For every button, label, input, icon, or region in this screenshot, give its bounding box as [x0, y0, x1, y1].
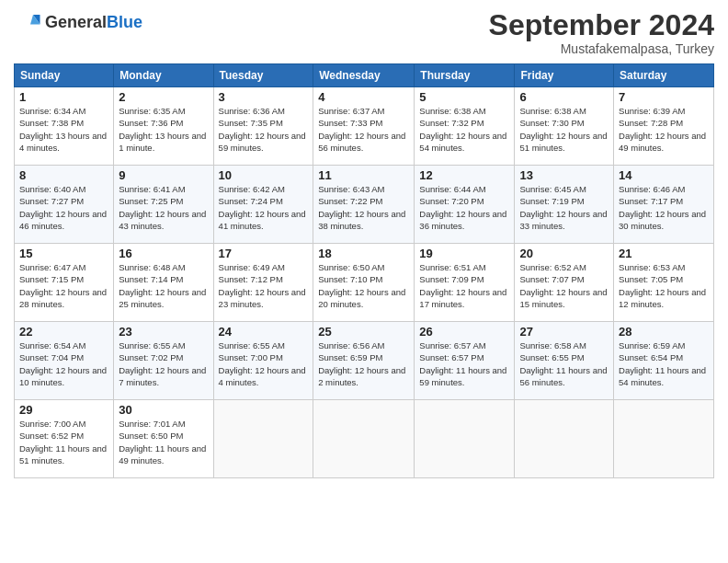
calendar-day: 5 Sunrise: 6:38 AMSunset: 7:32 PMDayligh…: [415, 87, 515, 166]
logo-general: General: [45, 13, 107, 31]
calendar-day: 2 Sunrise: 6:35 AMSunset: 7:36 PMDayligh…: [114, 87, 213, 166]
day-number: 24: [219, 325, 309, 339]
day-info: Sunrise: 6:55 AMSunset: 7:02 PMDaylight:…: [119, 339, 208, 388]
day-info: Sunrise: 6:37 AMSunset: 7:33 PMDaylight:…: [318, 105, 409, 154]
calendar-row: 1 Sunrise: 6:34 AMSunset: 7:38 PMDayligh…: [15, 87, 714, 166]
calendar-day: 21 Sunrise: 6:53 AMSunset: 7:05 PMDaylig…: [614, 244, 714, 322]
calendar-day: 7 Sunrise: 6:39 AMSunset: 7:28 PMDayligh…: [614, 87, 714, 166]
day-info: Sunrise: 6:59 AMSunset: 6:54 PMDaylight:…: [619, 339, 709, 388]
day-number: 26: [419, 325, 509, 339]
calendar-row: 29 Sunrise: 7:00 AMSunset: 6:52 PMDaylig…: [15, 400, 714, 478]
header-friday: Friday: [515, 64, 614, 87]
day-number: 4: [318, 90, 409, 104]
day-info: Sunrise: 6:34 AMSunset: 7:38 PMDaylight:…: [19, 105, 108, 154]
day-info: Sunrise: 6:50 AMSunset: 7:10 PMDaylight:…: [318, 261, 409, 310]
day-info: Sunrise: 6:40 AMSunset: 7:27 PMDaylight:…: [19, 183, 108, 232]
calendar-day: 1 Sunrise: 6:34 AMSunset: 7:38 PMDayligh…: [15, 87, 114, 166]
day-info: Sunrise: 6:38 AMSunset: 7:32 PMDaylight:…: [419, 105, 509, 154]
empty-cell: [614, 400, 714, 478]
day-info: Sunrise: 6:46 AMSunset: 7:17 PMDaylight:…: [619, 183, 709, 232]
day-info: Sunrise: 6:54 AMSunset: 7:04 PMDaylight:…: [19, 339, 108, 388]
calendar-day: 17 Sunrise: 6:49 AMSunset: 7:12 PMDaylig…: [213, 244, 313, 322]
calendar-day: 28 Sunrise: 6:59 AMSunset: 6:54 PMDaylig…: [614, 322, 714, 400]
calendar-day: 23 Sunrise: 6:55 AMSunset: 7:02 PMDaylig…: [114, 322, 213, 400]
day-info: Sunrise: 6:56 AMSunset: 6:59 PMDaylight:…: [318, 339, 409, 388]
day-info: Sunrise: 6:58 AMSunset: 6:55 PMDaylight:…: [519, 339, 609, 388]
header-monday: Monday: [114, 64, 213, 87]
calendar-day: 4 Sunrise: 6:37 AMSunset: 7:33 PMDayligh…: [313, 87, 415, 166]
calendar-day: 3 Sunrise: 6:36 AMSunset: 7:35 PMDayligh…: [213, 87, 313, 166]
day-number: 30: [119, 403, 208, 417]
day-info: Sunrise: 6:53 AMSunset: 7:05 PMDaylight:…: [619, 261, 709, 310]
calendar-day: 19 Sunrise: 6:51 AMSunset: 7:09 PMDaylig…: [415, 244, 515, 322]
calendar-row: 22 Sunrise: 6:54 AMSunset: 7:04 PMDaylig…: [15, 322, 714, 400]
logo-icon: [14, 9, 41, 37]
day-number: 16: [119, 247, 208, 260]
header-saturday: Saturday: [614, 64, 714, 87]
day-info: Sunrise: 6:52 AMSunset: 7:07 PMDaylight:…: [519, 261, 609, 310]
calendar-day: 12 Sunrise: 6:44 AMSunset: 7:20 PMDaylig…: [415, 166, 515, 244]
month-title: September 2024: [489, 9, 714, 41]
empty-cell: [415, 400, 515, 478]
page-container: GeneralBlue September 2024 Mustafakemalp…: [0, 0, 728, 488]
day-number: 2: [119, 90, 208, 104]
calendar-day: 10 Sunrise: 6:42 AMSunset: 7:24 PMDaylig…: [213, 166, 313, 244]
day-number: 19: [419, 247, 509, 260]
day-info: Sunrise: 6:36 AMSunset: 7:35 PMDaylight:…: [219, 105, 309, 154]
day-info: Sunrise: 6:55 AMSunset: 7:00 PMDaylight:…: [219, 339, 309, 388]
day-info: Sunrise: 6:39 AMSunset: 7:28 PMDaylight:…: [619, 105, 709, 154]
calendar-day: 30 Sunrise: 7:01 AMSunset: 6:50 PMDaylig…: [114, 400, 213, 478]
calendar-day: 18 Sunrise: 6:50 AMSunset: 7:10 PMDaylig…: [313, 244, 415, 322]
day-number: 14: [619, 168, 709, 182]
day-info: Sunrise: 6:41 AMSunset: 7:25 PMDaylight:…: [119, 183, 208, 232]
empty-cell: [213, 400, 313, 478]
empty-cell: [313, 400, 415, 478]
logo-text: GeneralBlue: [45, 14, 142, 32]
day-number: 18: [318, 247, 409, 260]
day-number: 23: [119, 325, 208, 339]
calendar-day: 6 Sunrise: 6:38 AMSunset: 7:30 PMDayligh…: [515, 87, 614, 166]
day-number: 27: [519, 325, 609, 339]
day-number: 7: [619, 90, 709, 104]
calendar-day: 14 Sunrise: 6:46 AMSunset: 7:17 PMDaylig…: [614, 166, 714, 244]
calendar-day: 11 Sunrise: 6:43 AMSunset: 7:22 PMDaylig…: [313, 166, 415, 244]
empty-cell: [515, 400, 614, 478]
title-area: September 2024 Mustafakemalpasa, Turkey: [489, 9, 714, 56]
day-number: 3: [219, 90, 309, 104]
calendar-day: 22 Sunrise: 6:54 AMSunset: 7:04 PMDaylig…: [15, 322, 114, 400]
day-number: 29: [19, 403, 108, 417]
logo-blue: Blue: [107, 13, 142, 31]
day-info: Sunrise: 6:57 AMSunset: 6:57 PMDaylight:…: [419, 339, 509, 388]
day-number: 9: [119, 168, 208, 182]
day-info: Sunrise: 6:44 AMSunset: 7:20 PMDaylight:…: [419, 183, 509, 232]
day-number: 10: [219, 168, 309, 182]
calendar-day: 16 Sunrise: 6:48 AMSunset: 7:14 PMDaylig…: [114, 244, 213, 322]
day-number: 25: [318, 325, 409, 339]
day-info: Sunrise: 7:00 AMSunset: 6:52 PMDaylight:…: [19, 418, 108, 466]
header-sunday: Sunday: [15, 64, 114, 87]
calendar-day: 29 Sunrise: 7:00 AMSunset: 6:52 PMDaylig…: [15, 400, 114, 478]
day-info: Sunrise: 6:48 AMSunset: 7:14 PMDaylight:…: [119, 261, 208, 310]
header-thursday: Thursday: [415, 64, 515, 87]
header-wednesday: Wednesday: [313, 64, 415, 87]
day-number: 6: [519, 90, 609, 104]
day-number: 12: [419, 168, 509, 182]
calendar-table: Sunday Monday Tuesday Wednesday Thursday…: [14, 63, 714, 478]
calendar-day: 25 Sunrise: 6:56 AMSunset: 6:59 PMDaylig…: [313, 322, 415, 400]
day-info: Sunrise: 6:45 AMSunset: 7:19 PMDaylight:…: [519, 183, 609, 232]
day-info: Sunrise: 6:47 AMSunset: 7:15 PMDaylight:…: [19, 261, 108, 310]
calendar-day: 8 Sunrise: 6:40 AMSunset: 7:27 PMDayligh…: [15, 166, 114, 244]
day-number: 21: [619, 247, 709, 260]
day-number: 28: [619, 325, 709, 339]
weekday-header-row: Sunday Monday Tuesday Wednesday Thursday…: [15, 64, 714, 87]
day-number: 5: [419, 90, 509, 104]
logo: GeneralBlue: [14, 9, 142, 37]
day-number: 22: [19, 325, 108, 339]
day-info: Sunrise: 6:49 AMSunset: 7:12 PMDaylight:…: [219, 261, 309, 310]
calendar-day: 15 Sunrise: 6:47 AMSunset: 7:15 PMDaylig…: [15, 244, 114, 322]
calendar-day: 26 Sunrise: 6:57 AMSunset: 6:57 PMDaylig…: [415, 322, 515, 400]
day-number: 1: [19, 90, 108, 104]
day-number: 20: [519, 247, 609, 260]
day-number: 13: [519, 168, 609, 182]
calendar-day: 13 Sunrise: 6:45 AMSunset: 7:19 PMDaylig…: [515, 166, 614, 244]
